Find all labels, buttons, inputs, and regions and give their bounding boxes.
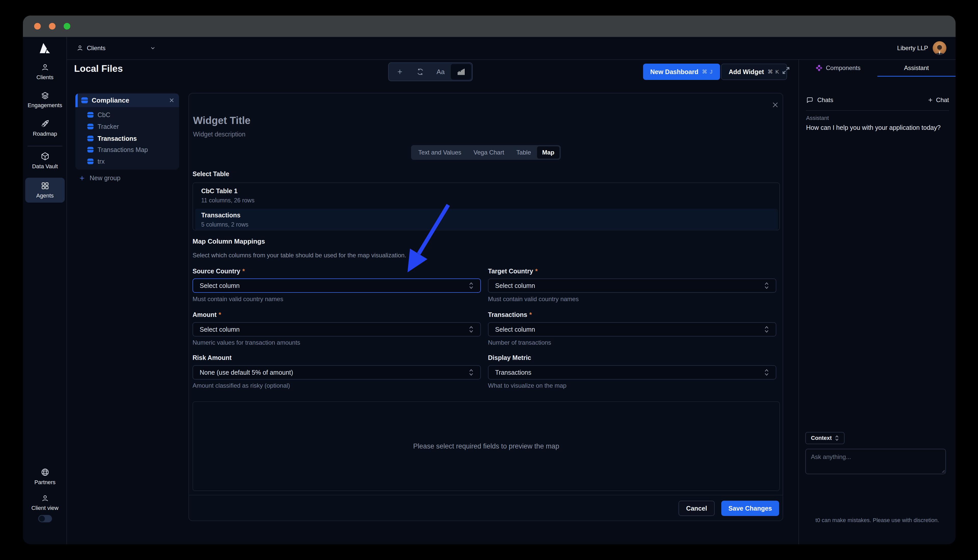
tab-vega-chart[interactable]: Vega Chart (467, 147, 510, 158)
new-group-button[interactable]: New group (78, 174, 120, 182)
assistant-disclaimer: t0 can make mistakes. Please use with di… (799, 517, 956, 523)
tab-map[interactable]: Map (537, 147, 559, 158)
close-modal-button[interactable] (771, 100, 779, 109)
amount-label: Amount* (192, 311, 221, 318)
map-preview-placeholder: Please select required fields to preview… (413, 442, 559, 450)
select-value: Select column (200, 326, 240, 333)
chats-row: Chats Chat (806, 97, 949, 103)
plus-icon (396, 68, 404, 75)
traffic-light-close[interactable] (34, 23, 41, 30)
widget-description-input[interactable]: Widget description (193, 131, 245, 138)
cube-icon (41, 152, 49, 161)
new-chat-button[interactable]: Chat (927, 97, 949, 103)
close-group-button[interactable] (169, 97, 175, 103)
display-metric-helper: What to visualize on the map (488, 382, 566, 389)
components-icon (816, 65, 823, 71)
tree-item-label: trx (98, 158, 105, 165)
tree-item-transactions-map[interactable]: Transactions Map (75, 144, 179, 155)
transactions-select[interactable]: Select column (488, 322, 776, 337)
chats-label: Chats (817, 97, 833, 103)
refresh-tool-button[interactable] (410, 64, 431, 80)
select-value: Select column (200, 282, 240, 289)
cancel-button[interactable]: Cancel (679, 501, 715, 516)
new-dashboard-button[interactable]: New Dashboard ⌘ J (643, 63, 720, 80)
tree-group-compliance[interactable]: Compliance (75, 93, 179, 107)
add-widget-label: Add Widget (729, 68, 764, 76)
layers-icon (41, 92, 49, 100)
sidebar-item-label: Roadmap (25, 131, 65, 137)
widget-title-input[interactable]: Widget Title (193, 115, 250, 126)
risk-amount-select[interactable]: None (use default 5% of amount) (192, 365, 481, 380)
display-metric-select[interactable]: Transactions (488, 365, 776, 380)
assistant-role-label: Assistant (806, 115, 829, 122)
tab-components-label: Components (826, 64, 861, 72)
updown-chevron-icon (469, 325, 474, 333)
sidebar-item-clients[interactable]: Clients (25, 63, 65, 81)
add-widget-button[interactable]: Add Widget ⌘ K (721, 63, 787, 80)
tab-components[interactable]: Components (799, 60, 878, 77)
workspace-switcher[interactable]: Clients (77, 45, 156, 52)
refresh-icon (416, 68, 424, 76)
tree-item-tracker[interactable]: Tracker (75, 121, 179, 132)
add-tool-button[interactable] (390, 64, 410, 80)
client-view-toggle[interactable] (38, 515, 52, 522)
sidebar-item-agents[interactable]: Agents (25, 178, 65, 203)
sidebar-item-engagements[interactable]: Engagements (25, 92, 65, 109)
chart-tool-button[interactable] (451, 64, 471, 80)
traffic-light-minimize[interactable] (49, 23, 55, 30)
tree-item-label: CbC (98, 111, 110, 118)
tree-item-label: Tracker (98, 123, 119, 130)
sidebar-item-client-view[interactable]: Client view (25, 495, 65, 512)
source-country-label: Source Country* (192, 268, 245, 275)
table-icon (87, 112, 94, 118)
target-country-helper: Must contain valid country names (488, 295, 579, 303)
globe-icon (41, 468, 49, 477)
table-option-cbc-table-1[interactable]: CbC Table 1 11 columns, 26 rows (195, 185, 778, 206)
ask-anything-input[interactable] (805, 449, 946, 474)
risk-amount-helper: Amount classified as risky (optional) (192, 382, 290, 389)
table-option-meta: 11 columns, 26 rows (201, 197, 778, 204)
sidebar-item-partners[interactable]: Partners (25, 468, 65, 486)
tab-table[interactable]: Table (510, 147, 537, 158)
sidebar-item-label: Data Vault (25, 163, 65, 170)
amount-select[interactable]: Select column (192, 322, 481, 337)
table-icon (87, 158, 94, 165)
text-tool-button[interactable]: Aa (431, 64, 451, 80)
tree-item-transactions[interactable]: Transactions (75, 133, 179, 144)
mappings-heading: Map Column Mappings (192, 237, 265, 245)
account-menu[interactable]: Liberty LLP (897, 41, 946, 55)
save-changes-button[interactable]: Save Changes (721, 501, 779, 516)
map-preview-area: Please select required fields to preview… (192, 402, 780, 491)
tree-item-trx[interactable]: trx (75, 156, 179, 167)
updown-chevron-icon (764, 282, 769, 290)
expand-button[interactable] (781, 65, 791, 76)
table-option-transactions[interactable]: Transactions 5 columns, 2 rows (195, 209, 778, 230)
group-label: Compliance (92, 97, 129, 104)
sidebar-item-label: Engagements (25, 102, 65, 109)
add-widget-shortcut: ⌘ K (768, 69, 779, 75)
tree-item-label: Transactions Map (98, 146, 148, 153)
table-picker: CbC Table 1 11 columns, 26 rows Transact… (192, 183, 780, 230)
sidebar-item-data-vault[interactable]: Data Vault (25, 152, 65, 170)
context-selector[interactable]: Context (805, 432, 844, 444)
main-content: Local Files Aa New Dashboard ⌘ J (67, 60, 798, 544)
person-icon (41, 63, 49, 72)
tree-item-cbc[interactable]: CbC (75, 110, 179, 120)
modal-actions: Cancel Save Changes (679, 501, 779, 516)
account-name: Liberty LLP (897, 45, 928, 52)
updown-chevron-icon (469, 282, 474, 290)
sidebar-item-label: Agents (25, 192, 65, 199)
transactions-helper: Number of transactions (488, 339, 551, 346)
widget-editor-modal: Widget Title Widget description Text and… (189, 93, 783, 521)
chat-bubble-icon (806, 97, 813, 103)
tree-item-label: Transactions (98, 135, 137, 142)
sidebar-item-roadmap[interactable]: Roadmap (25, 119, 65, 137)
updown-chevron-icon (764, 368, 769, 377)
topbar: Clients Liberty LLP (67, 37, 956, 60)
tab-assistant[interactable]: Assistant (878, 60, 956, 77)
select-value: Select column (495, 282, 535, 289)
traffic-light-zoom[interactable] (63, 23, 70, 30)
tab-text-and-values[interactable]: Text and Values (412, 147, 467, 158)
source-country-select[interactable]: Select column (192, 278, 481, 293)
target-country-select[interactable]: Select column (488, 278, 776, 293)
